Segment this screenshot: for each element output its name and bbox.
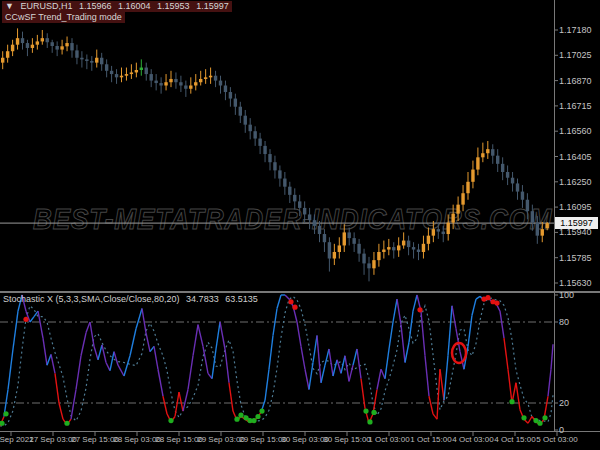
stochastic-main-line bbox=[94, 346, 98, 360]
candle-body bbox=[387, 247, 390, 249]
time-axis-label: 29 Sep 03:00 bbox=[197, 435, 245, 444]
buy-signal-dot bbox=[251, 418, 256, 423]
candle-body bbox=[536, 223, 539, 236]
stochastic-main-line bbox=[413, 295, 417, 311]
current-price-tag: 1.15997 bbox=[555, 217, 598, 229]
candle-body bbox=[372, 260, 375, 268]
candle-body bbox=[115, 74, 118, 77]
time-axis-label: 29 Sep 15:00 bbox=[239, 435, 287, 444]
candle-body bbox=[397, 245, 400, 250]
buy-signal-dot bbox=[509, 399, 514, 404]
buy-signal-dot bbox=[255, 414, 260, 419]
candle-body bbox=[427, 236, 430, 244]
stochastic-main-line bbox=[55, 373, 59, 403]
stochastic-main-line bbox=[90, 322, 94, 346]
stochastic-main-line bbox=[301, 346, 305, 369]
candle-body bbox=[437, 229, 440, 231]
dropdown-arrow-icon[interactable]: ▼ bbox=[5, 1, 14, 11]
sell-signal-dot bbox=[417, 307, 422, 312]
candle-body bbox=[239, 107, 242, 116]
candle-body bbox=[249, 125, 252, 132]
candle-body bbox=[16, 38, 19, 45]
sell-signal-dot bbox=[23, 317, 28, 322]
price-axis-label: 1.16095 bbox=[559, 202, 592, 212]
candle-body bbox=[184, 85, 187, 88]
stochastic-main-line bbox=[425, 356, 429, 397]
stochastic-main-line bbox=[500, 311, 504, 338]
high-value: 1.16004 bbox=[118, 1, 151, 11]
candle-body bbox=[194, 82, 197, 85]
buy-signal-dot bbox=[3, 411, 8, 416]
stochastic-value-1: 34.7833 bbox=[186, 294, 219, 304]
stochastic-main-line bbox=[158, 369, 163, 396]
candle-body bbox=[481, 153, 484, 157]
candle-body bbox=[308, 214, 311, 220]
sell-signal-dot bbox=[485, 295, 490, 300]
price-axis-label: 1.16715 bbox=[559, 101, 592, 111]
stochastic-main-line bbox=[329, 349, 333, 376]
candle-body bbox=[130, 72, 133, 74]
candle-body bbox=[471, 170, 474, 182]
candle-body bbox=[432, 229, 435, 236]
candle-body bbox=[244, 116, 247, 125]
candle-body bbox=[110, 71, 113, 74]
candle-body bbox=[55, 46, 58, 50]
stochastic-main-line bbox=[381, 369, 385, 378]
time-axis-label: 28 Sep 15:00 bbox=[155, 435, 203, 444]
time-axis-label: 5 Oct 03:00 bbox=[536, 435, 577, 444]
stochastic-main-line bbox=[146, 333, 150, 352]
buy-signal-dot bbox=[0, 421, 5, 426]
stochastic-main-line bbox=[440, 369, 444, 400]
candle-body bbox=[199, 79, 202, 82]
stochastic-main-line bbox=[548, 369, 551, 396]
candle-body bbox=[145, 68, 148, 75]
price-axis-label: 1.17180 bbox=[559, 25, 592, 35]
buy-signal-dot bbox=[367, 419, 372, 424]
candle-body bbox=[204, 77, 207, 79]
candle-body bbox=[219, 81, 222, 86]
overlay-indicator-label: CCwSF Trend_Trading mode bbox=[2, 12, 125, 23]
stochastic-main-line bbox=[76, 356, 81, 390]
candle-body bbox=[258, 139, 261, 146]
candle-body bbox=[51, 42, 54, 46]
stochastic-main-line bbox=[297, 322, 301, 346]
buy-signal-dot bbox=[64, 421, 69, 426]
symbol-period-label: EURUSD,H1 bbox=[20, 1, 72, 11]
buy-signal-dot bbox=[542, 415, 547, 420]
stochastic-main-line bbox=[452, 306, 456, 329]
stochastic-main-line bbox=[163, 396, 167, 414]
candle-body bbox=[442, 232, 445, 234]
stochastic-main-line bbox=[179, 392, 183, 411]
candle-body bbox=[85, 59, 88, 61]
stochastic-main-line bbox=[313, 336, 317, 363]
stochastic-main-line bbox=[124, 356, 130, 376]
indicator-axis-label: 80 bbox=[559, 317, 569, 327]
stochastic-main-line bbox=[516, 383, 520, 410]
sell-signal-dot bbox=[288, 299, 293, 304]
time-axis-label: 30 Sep 03:00 bbox=[281, 435, 329, 444]
panel-separator[interactable] bbox=[0, 291, 600, 293]
chart-header: ▼ EURUSD,H1 1.15966 1.16004 1.15953 1.15… bbox=[2, 1, 232, 12]
chart-canvas[interactable] bbox=[0, 0, 600, 450]
stochastic-main-line bbox=[59, 403, 63, 419]
candle-body bbox=[189, 85, 192, 88]
price-axis-label: 1.17025 bbox=[559, 50, 592, 60]
candle-body bbox=[41, 38, 44, 41]
candle-body bbox=[328, 242, 331, 258]
stochastic-indicator-label: Stochastic X (5,3,3,SMA,Close/Close,80,2… bbox=[3, 294, 262, 304]
candle-body bbox=[313, 220, 316, 226]
time-axis-label: 1 Oct 15:00 bbox=[410, 435, 451, 444]
candle-body bbox=[179, 82, 182, 85]
candle-body bbox=[541, 229, 544, 236]
candle-body bbox=[521, 192, 524, 200]
candle-body bbox=[343, 232, 346, 245]
time-axis-label: 1 Oct 03:00 bbox=[368, 435, 409, 444]
candle-body bbox=[392, 247, 395, 250]
candle-body bbox=[447, 223, 450, 234]
price-axis-label: 1.15630 bbox=[559, 278, 592, 288]
candle-body bbox=[263, 146, 266, 154]
candle-body bbox=[75, 50, 78, 57]
stochastic-main-line bbox=[198, 325, 203, 347]
stochastic-main-line bbox=[508, 369, 512, 403]
candle-body bbox=[407, 241, 410, 248]
